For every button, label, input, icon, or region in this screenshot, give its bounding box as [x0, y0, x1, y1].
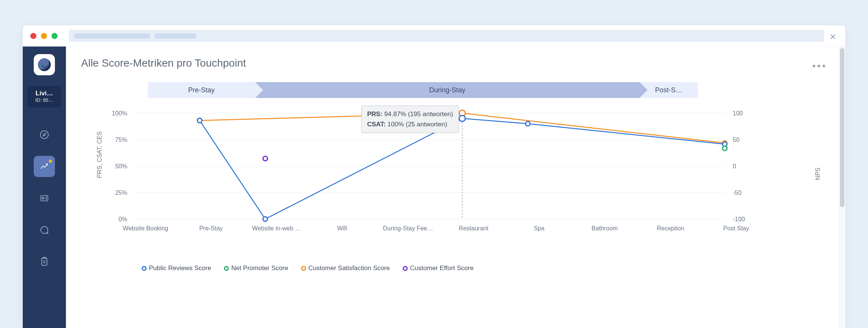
- xcat: Post Stay: [723, 225, 749, 232]
- chart-legend: Public Reviews Score Net Promoter Score …: [142, 264, 474, 272]
- phase-post-stay[interactable]: Post-S…: [640, 82, 698, 98]
- more-options-button[interactable]: •••: [812, 60, 827, 72]
- chart-line-icon: [39, 161, 50, 172]
- xcat: Pre-Stay: [199, 225, 223, 232]
- account-name: Livi…: [30, 90, 58, 97]
- xcat: Spa: [534, 225, 544, 232]
- svg-point-15: [525, 121, 530, 126]
- circle-icon: [224, 266, 229, 271]
- legend-item-csat[interactable]: Customer Satisfaction Score: [301, 264, 390, 272]
- nav-compass[interactable]: [34, 124, 55, 145]
- svg-point-18: [723, 146, 727, 151]
- nav-id-card[interactable]: [34, 188, 55, 209]
- legend-label: Customer Satisfaction Score: [308, 264, 390, 272]
- clipboard-icon: [39, 256, 50, 267]
- tooltip-prs-label: PRS:: [367, 110, 383, 118]
- legend-label: Public Reviews Score: [149, 264, 211, 272]
- xcat: Website in-web …: [252, 225, 301, 232]
- svg-rect-3: [42, 258, 47, 266]
- scrollbar-thumb[interactable]: [840, 48, 845, 207]
- close-icon[interactable]: ✕: [829, 32, 836, 42]
- legend-label: Net Promoter Score: [231, 264, 288, 272]
- smiley-logo-icon: [38, 58, 51, 71]
- nav: [23, 124, 66, 272]
- minimize-window-button[interactable]: [41, 33, 47, 39]
- svg-point-17: [263, 156, 267, 161]
- svg-point-2: [42, 197, 44, 199]
- phase-during-stay[interactable]: During-Stay: [255, 82, 640, 98]
- tooltip-prs-value: 94.87% (195 antworten): [384, 110, 453, 118]
- content: Alle Score-Metriken pro Touchpoint ••• P…: [66, 47, 845, 328]
- account-id: ID: 65…: [30, 97, 58, 103]
- maximize-window-button[interactable]: [52, 33, 58, 39]
- svg-point-0: [41, 131, 48, 139]
- circle-icon: [403, 266, 408, 271]
- chart-tooltip: PRS: 94.87% (195 antworten) CSAT: 100% (…: [361, 106, 459, 133]
- xcat: Website Booking: [123, 225, 168, 232]
- circle-icon: [301, 266, 306, 271]
- url-skeleton: [74, 33, 150, 39]
- nav-clipboard[interactable]: [34, 251, 55, 272]
- svg-point-13: [263, 217, 267, 221]
- svg-point-12: [197, 118, 202, 123]
- touchpoint-chart: PRS, CSAT, CES NPS 0% 25% 50% 75% 100% -…: [92, 106, 820, 261]
- phase-label: Post-S…: [652, 86, 685, 94]
- legend-item-nps[interactable]: Net Promoter Score: [224, 264, 288, 272]
- svg-point-14: [459, 115, 465, 121]
- close-window-button[interactable]: [30, 33, 36, 39]
- page-title: Alle Score-Metriken pro Touchpoint: [81, 57, 830, 69]
- id-card-icon: [39, 193, 50, 204]
- compass-icon: [39, 129, 50, 140]
- url-bar[interactable]: [69, 30, 824, 42]
- sidebar: Livi… ID: 65…: [23, 47, 66, 328]
- legend-item-prs[interactable]: Public Reviews Score: [142, 264, 211, 272]
- nav-chat[interactable]: [34, 219, 55, 241]
- phase-label: During-Stay: [426, 86, 468, 94]
- xcat: During-Stay Fee…: [383, 225, 433, 232]
- xcat: Wifi: [337, 225, 347, 232]
- legend-item-ces[interactable]: Customer Effort Score: [403, 264, 474, 272]
- nav-analytics[interactable]: [34, 156, 55, 177]
- xcat: Restaurant: [459, 225, 488, 232]
- url-skeleton: [155, 33, 196, 39]
- app-logo[interactable]: [34, 54, 55, 75]
- account-card[interactable]: Livi… ID: 65…: [27, 86, 61, 107]
- tooltip-csat-value: 100% (25 antworten): [388, 121, 447, 128]
- xcat: Reception: [657, 225, 684, 232]
- app-window: ✕ Livi… ID: 65…: [23, 25, 845, 328]
- legend-label: Customer Effort Score: [410, 264, 474, 272]
- xcat: Bathroom: [591, 225, 618, 232]
- phase-label: Pre-Stay: [185, 86, 217, 94]
- phase-pre-stay[interactable]: Pre-Stay: [148, 82, 255, 98]
- chat-icon: [39, 225, 50, 235]
- circle-icon: [142, 266, 147, 271]
- tooltip-csat-label: CSAT:: [367, 121, 386, 128]
- titlebar: ✕: [23, 25, 845, 47]
- window-controls: [30, 33, 58, 39]
- phase-bar: Pre-Stay During-Stay Post-S…: [148, 82, 698, 98]
